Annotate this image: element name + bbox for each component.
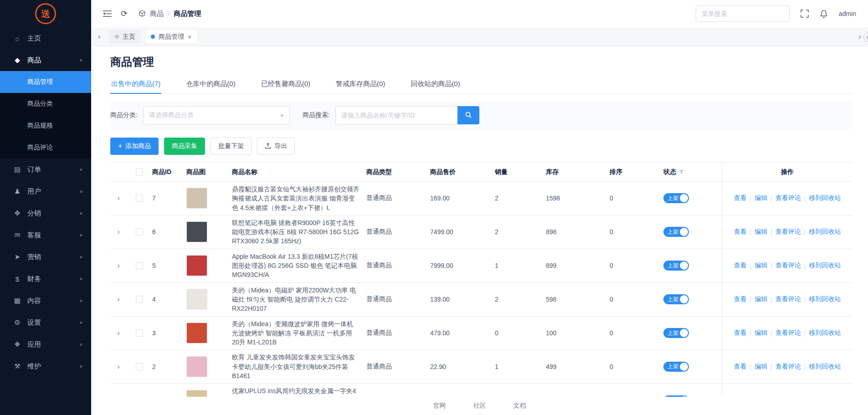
status-toggle[interactable]: 上架 — [663, 362, 689, 372]
sidebar-item[interactable]: ▤ 订单 ∨ — [0, 159, 91, 180]
sidebar-item[interactable]: ◆ 商品 ∧ — [0, 49, 91, 71]
status-toggle[interactable]: 上架 — [663, 193, 689, 203]
product-thumbnail[interactable] — [186, 390, 207, 397]
sidebar-item[interactable]: ⚒ 维护 ∨ — [0, 355, 91, 377]
page-content: 商品管理 出售中的商品(7)仓库中的商品(0)已经售馨商品(0)警戒库存商品(0… — [91, 46, 868, 397]
view-tab[interactable]: 商品管理 × — [145, 30, 197, 44]
expand-row-icon[interactable]: › — [117, 328, 120, 338]
add-product-button[interactable]: + 添加商品 — [110, 138, 159, 155]
footer-link[interactable]: 官网 — [433, 402, 446, 410]
notification-bell-icon[interactable] — [820, 10, 828, 18]
edit-link[interactable]: 编辑 — [755, 295, 767, 303]
app-logo[interactable]: 送 — [0, 0, 91, 27]
expand-row-icon[interactable]: › — [117, 261, 120, 270]
product-status-tab[interactable]: 警戒库存商品(0) — [335, 75, 386, 93]
move-to-recycle-link[interactable]: 移到回收站 — [809, 329, 841, 337]
view-comments-link[interactable]: 查看评论 — [776, 194, 801, 202]
sidebar-item[interactable]: ✉ 客服 ∨ — [0, 224, 91, 246]
sidebar-item[interactable]: ⌂ 主页 — [0, 27, 91, 49]
product-thumbnail[interactable] — [186, 323, 207, 343]
product-thumbnail[interactable] — [186, 188, 207, 209]
row-checkbox[interactable] — [136, 363, 143, 370]
product-sort: 0 — [610, 296, 663, 303]
row-checkbox[interactable] — [136, 262, 143, 269]
status-toggle[interactable]: 上架 — [663, 395, 689, 397]
tabs-scroll-left-icon[interactable]: ‹ — [91, 27, 108, 46]
category-select[interactable]: 请选择商品分类 ∨ — [143, 106, 290, 124]
edit-link[interactable]: 编辑 — [755, 261, 767, 270]
row-checkbox[interactable] — [136, 228, 143, 236]
tab-dot-icon — [151, 35, 155, 39]
export-button[interactable]: 导出 — [257, 138, 295, 155]
product-thumbnail[interactable] — [186, 255, 207, 276]
expand-row-icon[interactable]: › — [117, 194, 120, 203]
breadcrumb-parent[interactable]: 商品 — [150, 10, 164, 18]
row-checkbox[interactable] — [136, 296, 143, 303]
product-search-input[interactable] — [335, 106, 457, 124]
chevron-icon: ∨ — [79, 342, 83, 347]
row-checkbox[interactable] — [136, 329, 143, 337]
sidebar-item[interactable]: $ 财务 ∨ — [0, 268, 91, 290]
footer-link[interactable]: 文档 — [514, 402, 526, 410]
view-tab[interactable]: 主页 — [109, 30, 141, 44]
edit-link[interactable]: 编辑 — [755, 194, 767, 202]
view-comments-link[interactable]: 查看评论 — [776, 228, 801, 236]
collect-product-button[interactable]: 商品采集 — [164, 138, 205, 155]
product-thumbnail[interactable] — [186, 356, 207, 377]
status-toggle[interactable]: 上架 — [663, 328, 689, 338]
product-status-tab[interactable]: 仓库中的商品(0) — [185, 75, 236, 93]
batch-off-shelf-button[interactable]: 批量下架 — [211, 138, 252, 155]
move-to-recycle-link[interactable]: 移到回收站 — [809, 261, 841, 270]
user-menu[interactable]: admin — [839, 10, 856, 17]
view-link[interactable]: 查看 — [734, 329, 747, 337]
sidebar-item[interactable]: ❖ 应用 ∨ — [0, 333, 91, 355]
view-link[interactable]: 查看 — [734, 194, 747, 202]
view-comments-link[interactable]: 查看评论 — [776, 329, 801, 337]
status-toggle[interactable]: 上架 — [663, 227, 689, 237]
product-status-tab[interactable]: 已经售馨商品(0) — [260, 75, 311, 93]
sidebar-item[interactable]: ⚙ 设置 ∨ — [0, 312, 91, 333]
move-to-recycle-link[interactable]: 移到回收站 — [809, 194, 841, 202]
sidebar-subitem[interactable]: 商品规格 — [0, 115, 91, 137]
product-status-tab[interactable]: 回收站的商品(0) — [410, 75, 461, 93]
refresh-icon[interactable]: ⟳ — [121, 9, 128, 19]
sidebar-item[interactable]: ✥ 分销 ∨ — [0, 202, 91, 224]
fullscreen-icon[interactable] — [801, 10, 809, 18]
edit-link[interactable]: 编辑 — [755, 363, 767, 371]
sidebar-subitem[interactable]: 商品管理 — [0, 71, 91, 93]
sidebar-subitem[interactable]: 商品评论 — [0, 137, 91, 159]
sidebar-item[interactable]: ▦ 内容 ∨ — [0, 290, 91, 312]
sidebar-item[interactable]: ♟ 用户 ∨ — [0, 180, 91, 202]
row-checkbox[interactable] — [136, 195, 143, 202]
menu-search-input[interactable] — [696, 5, 790, 22]
view-comments-link[interactable]: 查看评论 — [776, 261, 801, 270]
view-link[interactable]: 查看 — [734, 363, 747, 371]
product-name: 美的（Midea）电磁炉 家用2200W大功率 电磁灶 恒匀火 智能断电 旋控调… — [232, 283, 366, 316]
status-toggle[interactable]: 上架 — [663, 261, 689, 271]
edit-link[interactable]: 编辑 — [755, 329, 767, 337]
view-comments-link[interactable]: 查看评论 — [776, 363, 801, 371]
product-status-tab[interactable]: 出售中的商品(7) — [110, 75, 161, 93]
view-link[interactable]: 查看 — [734, 295, 747, 303]
move-to-recycle-link[interactable]: 移到回收站 — [809, 228, 841, 236]
view-comments-link[interactable]: 查看评论 — [776, 295, 801, 303]
move-to-recycle-link[interactable]: 移到回收站 — [809, 363, 841, 371]
expand-row-icon[interactable]: › — [117, 362, 120, 371]
collapse-sidebar-icon[interactable] — [103, 10, 112, 17]
view-link[interactable]: 查看 — [734, 228, 747, 236]
expand-row-icon[interactable]: › — [117, 227, 120, 236]
search-button[interactable] — [457, 106, 479, 124]
sidebar-item[interactable]: ➤ 营销 ∨ — [0, 246, 91, 268]
tab-close-icon[interactable]: × — [188, 33, 192, 40]
product-thumbnail[interactable] — [186, 289, 207, 310]
sidebar-subitem[interactable]: 商品分类 — [0, 93, 91, 115]
select-all-checkbox[interactable] — [136, 169, 143, 176]
filter-funnel-icon[interactable] — [679, 169, 684, 174]
status-toggle[interactable]: 上架 — [663, 294, 689, 304]
expand-row-icon[interactable]: › — [117, 295, 120, 304]
footer-link[interactable]: 社区 — [473, 402, 486, 410]
view-link[interactable]: 查看 — [734, 261, 747, 270]
product-thumbnail[interactable] — [186, 221, 207, 242]
move-to-recycle-link[interactable]: 移到回收站 — [809, 295, 841, 303]
edit-link[interactable]: 编辑 — [755, 228, 767, 236]
